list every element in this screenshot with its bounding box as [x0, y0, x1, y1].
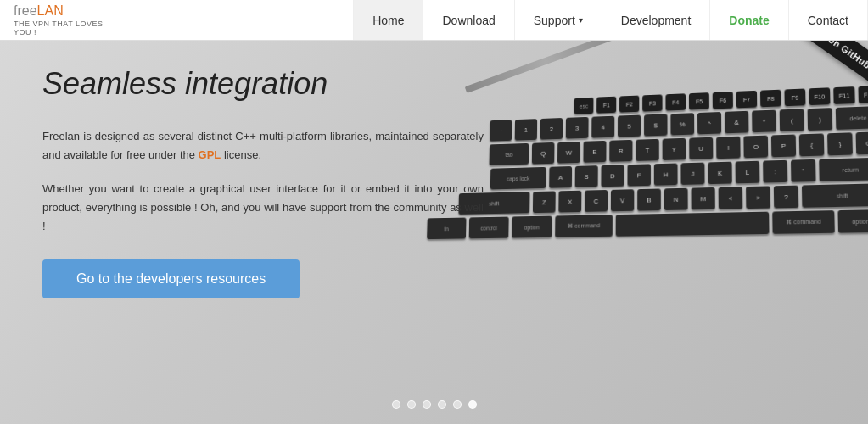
logo-tagline: THE VPN THAT LOVES YOU !: [14, 20, 122, 36]
key-f1: F1: [596, 97, 616, 114]
nav-item-home[interactable]: Home: [353, 0, 423, 40]
logo: freeLAN THE VPN THAT LOVES YOU !: [0, 3, 136, 36]
key-f7: F7: [736, 91, 757, 109]
key-paren2: ): [808, 108, 833, 131]
key-bracket1: {: [799, 133, 825, 156]
key-s: S: [575, 165, 598, 187]
key-f3: F3: [642, 94, 662, 111]
carousel-dots: [392, 400, 477, 409]
key-cmd-left: ⌘ command: [555, 215, 613, 237]
key-f12: F12: [858, 86, 868, 103]
gpl-link[interactable]: GPL: [199, 148, 221, 161]
key-n: N: [664, 188, 688, 210]
key-c: C: [585, 190, 608, 212]
hero-para1-text: Freelan is designed as several distinct …: [42, 130, 484, 161]
carousel-dot-2[interactable]: [407, 400, 416, 409]
key-4: 4: [591, 116, 614, 138]
logo-lan: LAN: [37, 3, 64, 18]
key-g: G: [856, 131, 868, 154]
key-e: E: [583, 141, 606, 163]
key-f5: F5: [689, 92, 709, 109]
key-slash: ?: [774, 186, 798, 209]
carousel-dot-6[interactable]: [468, 400, 477, 409]
key-f10: F10: [809, 87, 830, 105]
key-option-right: option: [837, 209, 868, 233]
hero-section: Fork me on GitHub esc F1 F2 F3 F4 F5 F6 …: [0, 41, 868, 424]
key-f8: F8: [760, 90, 781, 108]
key-w: W: [557, 142, 580, 164]
key-q: Q: [532, 142, 555, 165]
key-h: H: [654, 163, 678, 185]
key-p: P: [771, 135, 796, 158]
hero-title: Seamless integration: [42, 66, 484, 102]
key-f11: F11: [833, 86, 855, 104]
key-space: [616, 212, 770, 237]
hero-para1-end: license.: [221, 148, 261, 161]
key-dot: >: [746, 186, 770, 209]
key-l: L: [736, 161, 760, 184]
navbar: freeLAN THE VPN THAT LOVES YOU ! Home Do…: [0, 0, 868, 41]
nav-item-donate[interactable]: Donate: [710, 0, 788, 40]
key-i: I: [716, 137, 740, 159]
carousel-dot-5[interactable]: [453, 400, 462, 409]
key-f4: F4: [665, 93, 686, 110]
carousel-dot-4[interactable]: [438, 400, 446, 409]
key-b: B: [637, 188, 661, 210]
key-percent: %: [670, 113, 694, 135]
key-caret-num: ^: [697, 112, 721, 134]
hero-para2: Whether you want to create a graphical u…: [42, 180, 484, 236]
key-colon: :: [763, 160, 787, 183]
key-v: V: [611, 189, 634, 211]
key-f9: F9: [784, 88, 805, 106]
key-m: M: [692, 187, 715, 209]
key-f: F: [628, 164, 651, 186]
key-f6: F6: [713, 92, 733, 109]
key-star: *: [752, 110, 776, 133]
key-bracket2: }: [827, 132, 853, 155]
key-2: 2: [540, 118, 563, 140]
key-shift-right: shift: [802, 183, 868, 208]
key-amp: &: [725, 111, 748, 134]
nav-item-support[interactable]: Support ▾: [515, 0, 602, 40]
key-esc: esc: [574, 98, 593, 114]
logo-text: freeLAN: [14, 3, 122, 19]
chevron-down-icon: ▾: [579, 15, 583, 25]
key-z: Z: [533, 191, 556, 213]
hero-para1: Freelan is designed as several distinct …: [42, 127, 484, 165]
logo-free: free: [14, 3, 37, 18]
key-dollar: $: [644, 114, 667, 136]
key-r: R: [609, 140, 632, 162]
developers-resources-button[interactable]: Go to the developers resources: [42, 259, 300, 298]
key-x: X: [558, 191, 581, 213]
fork-ribbon[interactable]: Fork me on GitHub: [770, 41, 868, 90]
carousel-dot-3[interactable]: [423, 400, 431, 409]
key-j: J: [680, 163, 704, 185]
key-k: K: [708, 162, 731, 185]
key-paren: (: [780, 109, 804, 131]
key-u: U: [689, 137, 713, 159]
key-o: O: [743, 136, 768, 159]
key-5: 5: [618, 115, 641, 137]
key-y: Y: [663, 138, 686, 160]
key-return: return: [819, 158, 868, 181]
key-a: A: [549, 166, 572, 188]
key-f2: F2: [619, 96, 639, 113]
nav-item-support-label: Support: [534, 14, 575, 27]
key-cmd-right: ⌘ command: [772, 210, 835, 234]
key-t: T: [636, 139, 658, 161]
nav-item-development[interactable]: Development: [602, 0, 711, 40]
key-delete: delete: [836, 106, 868, 130]
key-comma: <: [719, 187, 743, 209]
nav-links: Home Download Support ▾ Development Dona…: [353, 0, 868, 40]
key-3: 3: [566, 117, 589, 139]
nav-item-contact[interactable]: Contact: [789, 0, 868, 40]
key-d: D: [601, 165, 624, 187]
nav-item-download[interactable]: Download: [423, 0, 514, 40]
key-quote: ": [791, 159, 816, 182]
hero-content: Seamless integration Freelan is designed…: [0, 41, 526, 324]
carousel-dot-1[interactable]: [392, 400, 400, 409]
